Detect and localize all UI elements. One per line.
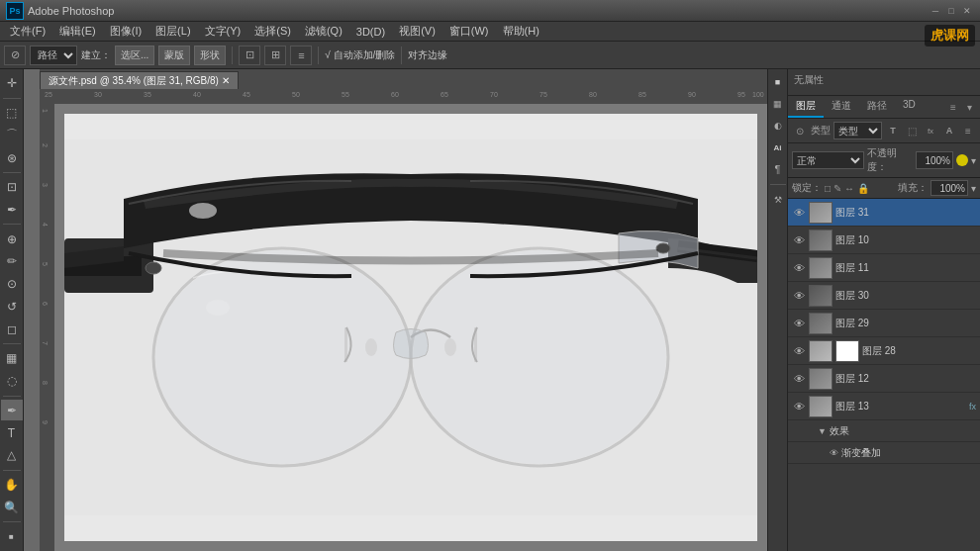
filter-fx-icon[interactable]: fx [923, 123, 938, 138]
menu-item-l[interactable]: 图层(L) [149, 22, 196, 41]
effects-collapse-icon[interactable]: ▼ [818, 426, 827, 436]
canvas-content [54, 104, 767, 551]
color-icon[interactable]: ■ [769, 73, 787, 91]
layer-mask-28 [835, 340, 859, 362]
marquee-tool[interactable]: ⬚ [1, 103, 23, 124]
layer-visibility-11[interactable]: 👁 [792, 261, 806, 275]
layer-name-28: 图层 28 [862, 344, 976, 358]
blend-mode-select[interactable]: 正常 [792, 151, 864, 169]
panel-options-icon[interactable]: ▾ [962, 100, 976, 114]
gradient-eye-icon[interactable]: 👁 [830, 448, 838, 458]
menu-item-i[interactable]: 图像(I) [104, 22, 147, 41]
layer-visibility-30[interactable]: 👁 [792, 289, 806, 303]
lasso-tool[interactable]: ⌒ [1, 125, 23, 145]
layer-thumbnail-10 [809, 230, 833, 251]
make-selection-button[interactable]: 选区... [115, 46, 154, 65]
lock-all-icon[interactable]: 🔒 [857, 183, 869, 194]
rubber-band-icon[interactable]: ⊡ [239, 46, 260, 65]
layer-visibility-31[interactable]: 👁 [792, 206, 806, 220]
fill-input[interactable] [931, 180, 968, 196]
make-shape-button[interactable]: 形状 [194, 46, 226, 65]
filter-type-select[interactable]: 类型 [833, 122, 882, 139]
healing-tool[interactable]: ⊕ [1, 229, 23, 249]
move-tool[interactable]: ✛ [1, 73, 23, 94]
menu-item-y[interactable]: 文字(Y) [199, 22, 247, 41]
eraser-tool[interactable]: ◻ [1, 319, 23, 339]
layer-item-28[interactable]: 👁 图层 28 [788, 337, 980, 365]
maximize-button[interactable]: □ [944, 4, 958, 18]
menu-item-e[interactable]: 编辑(E) [53, 22, 102, 41]
layer-effects-group[interactable]: ▼ 效果 [788, 420, 980, 442]
path-select-tool[interactable]: △ [1, 445, 23, 466]
path-align-icon[interactable]: ≡ [290, 46, 312, 65]
svg-point-10 [146, 262, 161, 274]
menu-item-w[interactable]: 窗口(W) [443, 22, 495, 41]
layer-visibility-12[interactable]: 👁 [792, 372, 806, 386]
tab-layers[interactable]: 图层 [788, 96, 824, 118]
blur-tool[interactable]: ◌ [1, 371, 23, 392]
tab-close-icon[interactable]: ✕ [222, 75, 230, 86]
opacity-arrow[interactable]: ▾ [971, 155, 976, 166]
clone-tool[interactable]: ⊙ [1, 274, 23, 295]
opacity-input[interactable] [916, 151, 953, 169]
menu-item-s[interactable]: 选择(S) [248, 22, 297, 41]
close-button[interactable]: ✕ [960, 4, 974, 18]
pen-tool[interactable]: ✒ [1, 400, 23, 420]
filter-toggle-icon[interactable]: ⊙ [792, 123, 808, 138]
brush-tool[interactable]: ✏ [1, 251, 23, 272]
title-bar-left: Ps Adobe Photoshop [6, 2, 114, 20]
layer-item-31[interactable]: 👁 图层 31 [788, 199, 980, 227]
menu-item-q[interactable]: 滤镜(Q) [299, 22, 348, 41]
layer-thumbnail-11 [809, 257, 833, 279]
gradient-tool[interactable]: ▦ [1, 348, 23, 369]
menu-item-f[interactable]: 文件(F) [4, 22, 51, 41]
path-type-select[interactable]: 路径 [30, 46, 77, 65]
tab-paths[interactable]: 路径 [859, 96, 895, 118]
filter-adjust-icon[interactable]: ⬚ [904, 123, 920, 138]
quick-select-tool[interactable]: ⊛ [1, 147, 23, 168]
layer-visibility-10[interactable]: 👁 [792, 233, 806, 247]
hand-tool[interactable]: ✋ [1, 475, 23, 496]
menu-item-h[interactable]: 帮助(H) [497, 22, 545, 41]
fill-arrow[interactable]: ▾ [971, 183, 976, 194]
layer-gradient-overlay[interactable]: 👁 渐变叠加 [788, 442, 980, 464]
filter-text-icon[interactable]: T [885, 123, 901, 138]
eyedropper-tool[interactable]: ✒ [1, 200, 23, 221]
panel-menu-icon[interactable]: ≡ [946, 100, 960, 114]
paragraph-icon[interactable]: ¶ [769, 160, 787, 178]
foreground-color[interactable]: ■ [1, 526, 23, 547]
layer-item-13[interactable]: 👁 图层 13 fx [788, 393, 980, 420]
tool-divider7 [3, 521, 21, 522]
make-mask-button[interactable]: 蒙版 [158, 46, 190, 65]
document-tab[interactable]: 源文件.psd @ 35.4% (图层 31, RGB/8) ✕ [40, 71, 239, 89]
layer-item-11[interactable]: 👁 图层 11 [788, 254, 980, 282]
lock-move-icon[interactable]: ↔ [844, 183, 854, 194]
crop-tool[interactable]: ⊡ [1, 177, 23, 198]
layer-item-30[interactable]: 👁 图层 30 [788, 282, 980, 310]
layer-item-10[interactable]: 👁 图层 10 [788, 227, 980, 254]
zoom-tool[interactable]: 🔍 [1, 497, 23, 517]
filter-vector-icon[interactable]: A [941, 123, 957, 138]
swatches-icon[interactable]: ▦ [769, 95, 787, 113]
menu-item-v[interactable]: 视图(V) [393, 22, 441, 41]
filter-mode-icon[interactable]: ≡ [960, 123, 976, 138]
menu-item-dd[interactable]: 3D(D) [350, 24, 391, 40]
text-tool[interactable]: T [1, 422, 23, 443]
layer-visibility-28[interactable]: 👁 [792, 344, 806, 358]
properties-label: 无属性 [794, 73, 974, 87]
ruler-horizontal: 25 30 35 40 45 50 55 60 65 70 75 80 85 9… [40, 89, 767, 104]
layer-item-29[interactable]: 👁 图层 29 [788, 310, 980, 337]
layer-visibility-13[interactable]: 👁 [792, 400, 806, 413]
path-ops-icon[interactable]: ⊞ [264, 46, 286, 65]
tab-channels[interactable]: 通道 [824, 96, 859, 118]
tab-3d[interactable]: 3D [895, 96, 924, 118]
minimize-button[interactable]: ─ [929, 4, 942, 18]
lock-transparency-icon[interactable]: □ [825, 183, 831, 194]
tools-icon[interactable]: ⚒ [769, 191, 787, 209]
layer-visibility-29[interactable]: 👁 [792, 317, 806, 330]
history-brush-tool[interactable]: ↺ [1, 297, 23, 318]
ai-icon[interactable]: Ai [769, 138, 787, 156]
adjustment-icon[interactable]: ◐ [769, 117, 787, 135]
lock-paint-icon[interactable]: ✎ [833, 183, 841, 194]
layer-item-12[interactable]: 👁 图层 12 [788, 365, 980, 393]
